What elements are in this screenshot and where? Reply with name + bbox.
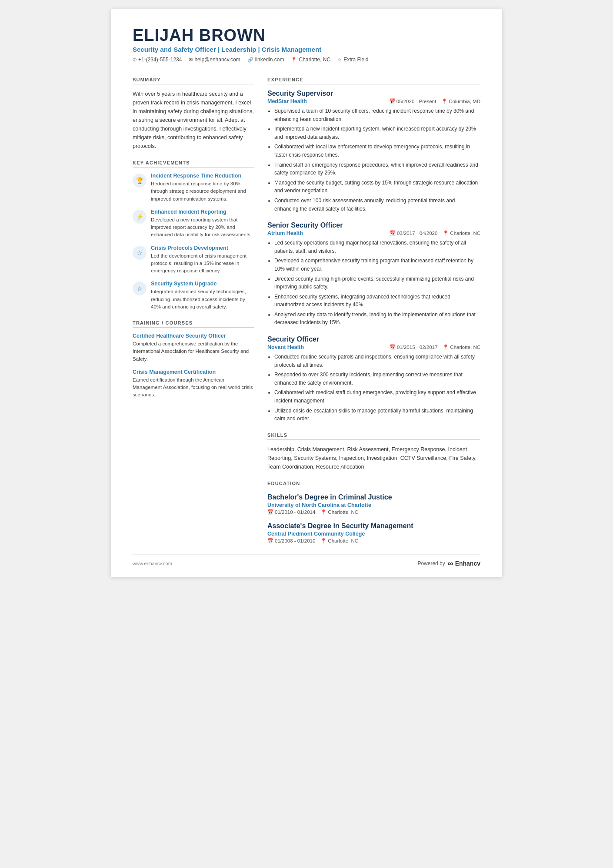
- job-meta: Atrium Health 📅 03/2017 - 04/2020 📍 Char…: [267, 230, 480, 236]
- achievement-title: Incident Response Time Reduction: [151, 173, 254, 179]
- achievement-item: ⚡ Enhanced Incident Reporting Developed …: [133, 209, 254, 239]
- dates-value: 01/2008 - 01/2010: [275, 538, 315, 543]
- bullet: Trained staff on emergency response proc…: [274, 161, 480, 177]
- training-section-title: TRAINING / COURSES: [133, 320, 254, 328]
- achievement-item: 🏆 Incident Response Time Reduction Reduc…: [133, 173, 254, 203]
- bullet: Supervised a team of 10 security officer…: [274, 107, 480, 123]
- contact-row: ✆ +1-(234)-555-1234 ✉ help@enhancv.com 🔗…: [133, 57, 480, 69]
- bullet: Analyzed security data to identify trend…: [274, 311, 480, 327]
- candidate-tagline: Security and Safety Officer | Leadership…: [133, 46, 480, 53]
- edu-meta: 📅 01/2008 - 01/2010 📍 Charlotte, NC: [267, 538, 480, 544]
- linkedin-value: linkedin.com: [255, 57, 284, 63]
- edu-meta: 📅 01/2010 - 01/2014 📍 Charlotte, NC: [267, 509, 480, 515]
- dates-value: 05/2020 - Present: [396, 99, 436, 104]
- bullet: Directed security during high-profile ev…: [274, 275, 480, 291]
- training-item: Crisis Management Certification Earned c…: [133, 369, 254, 399]
- calendar-icon: 📅: [390, 344, 396, 350]
- job-title: Senior Security Officer: [267, 221, 480, 229]
- contact-linkedin: 🔗 linkedin.com: [247, 57, 284, 63]
- edu-degree: Associate's Degree in Security Managemen…: [267, 522, 480, 530]
- experience-section-title: EXPERIENCE: [267, 77, 480, 84]
- achievement-icon: ⚡: [133, 210, 147, 224]
- education-item: Bachelor's Degree in Criminal Justice Un…: [267, 493, 480, 515]
- location-value: Charlotte, NC: [328, 538, 358, 543]
- job-meta: Novant Health 📅 01/2015 - 02/2017 📍 Char…: [267, 344, 480, 350]
- job-location: 📍 Charlotte, NC: [443, 344, 480, 350]
- contact-email: ✉ help@enhancv.com: [189, 57, 240, 63]
- footer: www.enhancv.com Powered by ∞ Enhancv: [133, 554, 480, 568]
- job-company: Atrium Health: [267, 230, 303, 236]
- education-section-title: EDUCATION: [267, 481, 480, 488]
- achievement-desc: Integrated advanced security technologie…: [151, 288, 254, 311]
- achievements-section-title: KEY ACHIEVEMENTS: [133, 160, 254, 168]
- contact-extra: ☆ Extra Field: [337, 57, 368, 63]
- achievement-item: ☆ Crisis Protocols Development Led the d…: [133, 245, 254, 275]
- bullet: Enhanced security systems, integrating a…: [274, 293, 480, 309]
- training-title: Crisis Management Certification: [133, 369, 254, 375]
- powered-by-label: Powered by: [417, 560, 445, 566]
- training-item: Certified Healthcare Security Officer Co…: [133, 333, 254, 363]
- job-item: Security Officer Novant Health 📅 01/2015…: [267, 335, 480, 423]
- location-icon: 📍: [291, 57, 297, 63]
- bullet: Collaborated with local law enforcement …: [274, 143, 480, 159]
- extra-value: Extra Field: [343, 57, 368, 63]
- job-bullets: Supervised a team of 10 security officer…: [267, 107, 480, 213]
- job-bullets: Led security operations during major hos…: [267, 239, 480, 327]
- achievement-icon: ☆: [133, 246, 147, 260]
- achievement-desc: Developed a new reporting system that im…: [151, 216, 254, 239]
- job-dates: 📅 03/2017 - 04/2020: [390, 230, 437, 236]
- brand-name: Enhancv: [455, 560, 480, 567]
- enhancv-logo: ∞ Enhancv: [448, 559, 480, 568]
- edu-location: 📍 Charlotte, NC: [320, 509, 358, 515]
- education-list: Bachelor's Degree in Criminal Justice Un…: [267, 493, 480, 544]
- location-value: Charlotte, NC: [299, 57, 330, 63]
- phone-value: +1-(234)-555-1234: [138, 57, 182, 63]
- job-info: 📅 03/2017 - 04/2020 📍 Charlotte, NC: [390, 230, 480, 236]
- training-desc: Earned certification through the America…: [133, 376, 254, 399]
- bullet: Collaborated with medical staff during e…: [274, 389, 480, 405]
- dates-value: 01/2015 - 02/2017: [397, 345, 437, 350]
- location-value: Charlotte, NC: [328, 509, 358, 515]
- achievement-content: Incident Response Time Reduction Reduced…: [151, 173, 254, 203]
- right-column: EXPERIENCE Security Supervisor MedStar H…: [267, 77, 480, 551]
- body-columns: SUMMARY With over 5 years in healthcare …: [133, 77, 480, 551]
- job-meta: MedStar Health 📅 05/2020 - Present 📍 Col…: [267, 98, 480, 104]
- achievement-content: Security System Upgrade Integrated advan…: [151, 281, 254, 311]
- bullet: Responded to over 300 security incidents…: [274, 371, 480, 387]
- edu-degree: Bachelor's Degree in Criminal Justice: [267, 493, 480, 501]
- location-value: Charlotte, NC: [450, 345, 480, 350]
- job-title: Security Officer: [267, 335, 480, 343]
- link-icon: 🔗: [247, 57, 253, 63]
- edu-school: Central Piedmont Community College: [267, 531, 480, 537]
- edu-school: University of North Carolina at Charlott…: [267, 502, 480, 508]
- phone-icon: ✆: [133, 57, 137, 63]
- skills-text: Leadership, Crisis Management, Risk Asse…: [267, 445, 480, 471]
- location-icon: 📍: [443, 344, 449, 350]
- bullet: Implemented a new incident reporting sys…: [274, 125, 480, 141]
- location-value: Charlotte, NC: [450, 231, 480, 236]
- training-section: TRAINING / COURSES Certified Healthcare …: [133, 320, 254, 399]
- bullet: Conducted over 100 risk assessments annu…: [274, 197, 480, 213]
- key-achievements-section: KEY ACHIEVEMENTS 🏆 Incident Response Tim…: [133, 160, 254, 311]
- bullet: Led security operations during major hos…: [274, 239, 480, 255]
- achievement-content: Enhanced Incident Reporting Developed a …: [151, 209, 254, 239]
- achievement-content: Crisis Protocols Development Led the dev…: [151, 245, 254, 275]
- candidate-name: ELIJAH BROWN: [133, 26, 480, 45]
- experience-list: Security Supervisor MedStar Health 📅 05/…: [267, 90, 480, 423]
- experience-section: EXPERIENCE Security Supervisor MedStar H…: [267, 77, 480, 423]
- header: ELIJAH BROWN Security and Safety Officer…: [133, 26, 480, 69]
- job-info: 📅 05/2020 - Present 📍 Columbia, MD: [389, 98, 480, 104]
- job-company: Novant Health: [267, 344, 304, 350]
- achievement-title: Enhanced Incident Reporting: [151, 209, 254, 215]
- calendar-icon: 📅: [390, 230, 396, 236]
- logo-symbol: ∞: [448, 559, 453, 568]
- achievement-item: ☆ Security System Upgrade Integrated adv…: [133, 281, 254, 311]
- achievement-desc: Reduced incident response time by 30% th…: [151, 180, 254, 203]
- footer-website: www.enhancv.com: [133, 561, 172, 566]
- bullet: Managed the security budget, cutting cos…: [274, 179, 480, 195]
- achievement-title: Security System Upgrade: [151, 281, 254, 287]
- achievements-list: 🏆 Incident Response Time Reduction Reduc…: [133, 173, 254, 311]
- education-item: Associate's Degree in Security Managemen…: [267, 522, 480, 544]
- bullet: Developed a comprehensive security train…: [274, 257, 480, 273]
- summary-section-title: SUMMARY: [133, 77, 254, 84]
